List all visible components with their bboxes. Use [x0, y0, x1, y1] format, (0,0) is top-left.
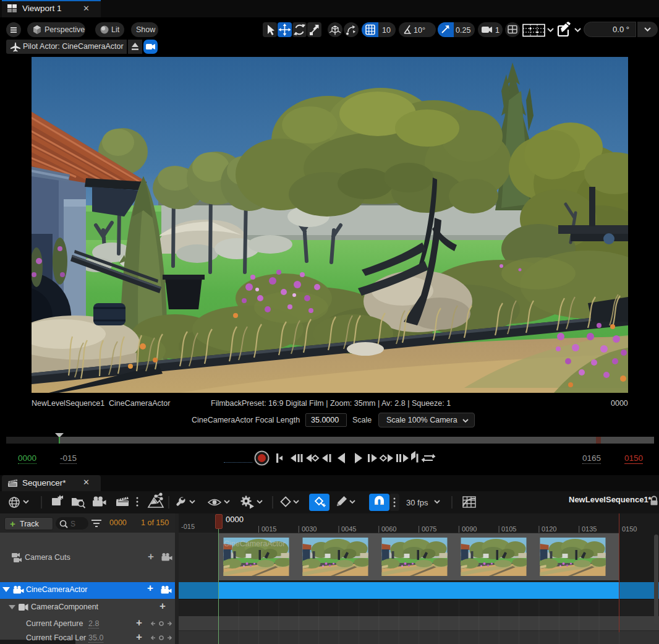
svg-text:0120: 0120: [542, 525, 556, 533]
svg-text:0150: 0150: [622, 525, 637, 533]
svg-text:10°: 10°: [414, 26, 425, 35]
svg-text:0045: 0045: [341, 525, 356, 533]
svg-text:0090: 0090: [462, 525, 477, 533]
svg-text:30 fps: 30 fps: [406, 498, 428, 507]
svg-text:0030: 0030: [302, 525, 317, 533]
svg-text:0060: 0060: [381, 525, 396, 533]
svg-text:0.25: 0.25: [456, 26, 470, 35]
svg-text:0015: 0015: [261, 525, 276, 533]
svg-text:S: S: [70, 520, 75, 528]
svg-text:10: 10: [382, 26, 391, 35]
svg-text:0075: 0075: [422, 525, 436, 533]
svg-text:1: 1: [495, 26, 500, 35]
svg-text:0135: 0135: [582, 525, 597, 533]
svg-text:0105: 0105: [501, 525, 516, 533]
